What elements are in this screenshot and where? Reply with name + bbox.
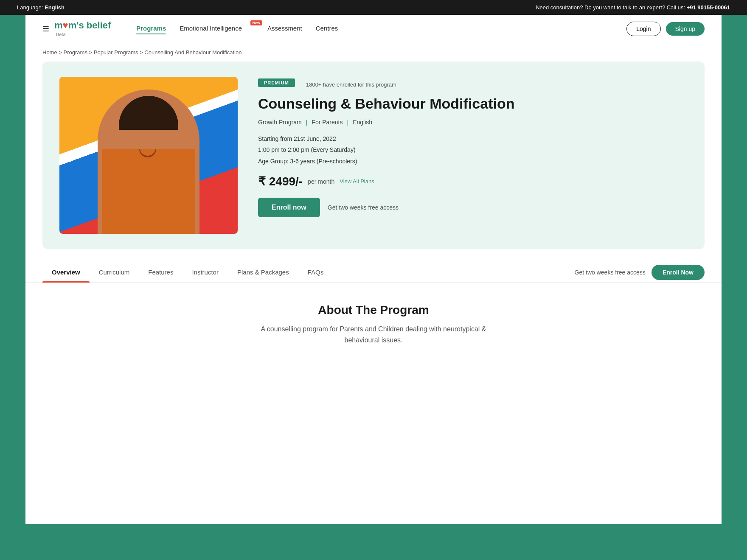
tab-overview[interactable]: Overview — [42, 262, 90, 283]
program-schedule: Starting from 21st June, 2022 1:00 pm to… — [258, 133, 688, 167]
main-wrapper: ☰ m♥m's belief Beta Programs Emotional I… — [25, 15, 722, 524]
top-bar: Language: English Need consultation? Do … — [0, 0, 747, 15]
schedule-age: Age Group: 3-6 years (Pre-schoolers) — [258, 156, 688, 167]
enroll-hero-button[interactable]: Enroll now — [258, 198, 320, 217]
login-button[interactable]: Login — [626, 22, 660, 36]
consultation-info: Need consultation? Do you want to talk t… — [536, 4, 730, 11]
tab-plans[interactable]: Plans & Packages — [228, 262, 298, 283]
logo-text: m♥m's belief — [54, 21, 111, 30]
logo-block: m♥m's belief Beta — [54, 21, 111, 37]
navbar: ☰ m♥m's belief Beta Programs Emotional I… — [25, 15, 722, 43]
enroll-row: Enroll now Get two weeks free access — [258, 198, 688, 217]
nav-links: Programs Emotional Intelligence New Asse… — [136, 25, 626, 34]
nav-actions: Login Sign up — [626, 22, 705, 36]
meta-language: English — [353, 119, 372, 126]
nav-assessment[interactable]: Assessment — [267, 25, 302, 34]
breadcrumb: Home > Programs > Popular Programs > Cou… — [25, 43, 722, 62]
new-badge: New — [250, 20, 263, 25]
hamburger-icon[interactable]: ☰ — [42, 24, 49, 34]
about-section: About The Program A counselling program … — [25, 283, 722, 362]
tab-links: Overview Curriculum Features Instructor … — [42, 262, 575, 283]
breadcrumb-popular-programs[interactable]: Popular Programs — [94, 49, 138, 56]
tab-curriculum[interactable]: Curriculum — [90, 262, 139, 283]
price-row: ₹ 2499/- per month View All Plans — [258, 174, 688, 188]
hero-content: PREMIUM 1800+ have enrolled for this pro… — [258, 77, 688, 217]
nav-programs[interactable]: Programs — [136, 25, 166, 34]
meta-divider-2: | — [347, 119, 348, 126]
signup-button[interactable]: Sign up — [666, 22, 705, 36]
heart-icon: ♥ — [63, 20, 68, 31]
about-title: About The Program — [42, 303, 705, 317]
price-amount: ₹ 2499/- — [258, 174, 303, 188]
tab-nav: Overview Curriculum Features Instructor … — [25, 262, 722, 283]
hero-section: PREMIUM 1800+ have enrolled for this pro… — [42, 62, 705, 249]
program-title: Counseling & Behaviour Modification — [258, 95, 688, 113]
language-info: Language: English — [17, 4, 65, 11]
tab-instructor[interactable]: Instructor — [183, 262, 228, 283]
free-access-hero-text: Get two weeks free access — [328, 204, 399, 211]
meta-audience: For Parents — [312, 119, 343, 126]
tab-free-access-text: Get two weeks free access — [575, 269, 646, 276]
tab-faqs[interactable]: FAQs — [298, 262, 333, 283]
breadcrumb-current: Counselling And Behaviour Modification — [144, 49, 242, 56]
nav-logo: ☰ m♥m's belief Beta — [42, 21, 111, 37]
logo-beta: Beta — [56, 32, 111, 37]
breadcrumb-home[interactable]: Home — [42, 49, 57, 56]
premium-badge: PREMIUM — [258, 78, 295, 87]
hero-image — [59, 77, 238, 234]
meta-type: Growth Program — [258, 119, 302, 126]
enrolled-count: 1800+ have enrolled for this program — [306, 81, 396, 88]
about-description: A counselling program for Parents and Ch… — [255, 324, 492, 345]
enroll-tab-button[interactable]: Enroll Now — [652, 265, 705, 280]
meta-divider-1: | — [306, 119, 308, 126]
tab-actions: Get two weeks free access Enroll Now — [575, 265, 705, 280]
view-plans-link[interactable]: View All Plans — [340, 178, 374, 185]
nav-emotional-intelligence[interactable]: Emotional Intelligence New — [180, 25, 254, 34]
breadcrumb-programs[interactable]: Programs — [64, 49, 87, 56]
schedule-time: 1:00 pm to 2:00 pm (Every Saturday) — [258, 144, 688, 156]
price-period: per month — [308, 178, 334, 185]
tab-features[interactable]: Features — [139, 262, 183, 283]
nav-centres[interactable]: Centres — [316, 25, 338, 34]
program-meta: Growth Program | For Parents | English — [258, 119, 688, 126]
schedule-start: Starting from 21st June, 2022 — [258, 133, 688, 145]
